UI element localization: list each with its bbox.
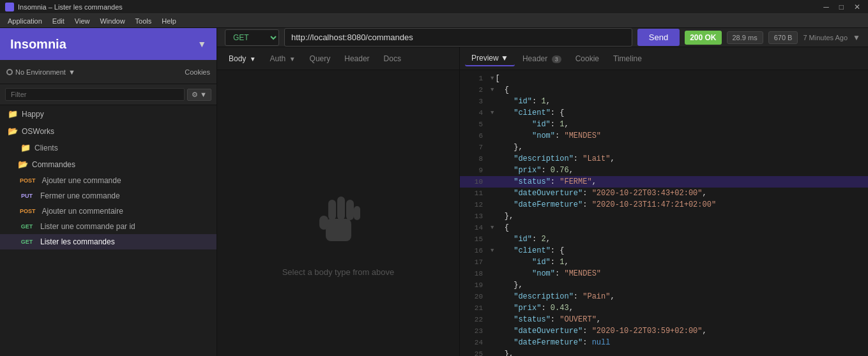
json-comma: ,	[610, 153, 614, 165]
menu-help[interactable]: Help	[156, 16, 181, 26]
fold-arrow[interactable]: ▼	[491, 107, 494, 119]
close-button[interactable]: ✕	[851, 3, 863, 11]
fold-arrow[interactable]: ▼	[491, 73, 494, 84]
hand-illustration	[313, 190, 364, 260]
json-colon: :	[582, 325, 591, 337]
group-happy-label: Happy	[22, 110, 44, 119]
tab-body[interactable]: Body ▼	[222, 52, 263, 66]
json-number: 1	[560, 256, 564, 268]
env-bar: No Environment ▼ Cookies	[0, 60, 217, 84]
json-text	[495, 199, 514, 211]
json-string: "Lait"	[582, 153, 610, 165]
fold-arrow[interactable]: ▼	[491, 222, 494, 234]
sidebar-dropdown-icon[interactable]: ▼	[197, 39, 206, 49]
group-happy-header[interactable]: 📁 Happy	[0, 105, 217, 122]
json-string: "MENDES"	[564, 130, 601, 142]
line-number: 3	[465, 96, 483, 107]
fold-arrow[interactable]: ▼	[491, 245, 494, 256]
filter-input[interactable]	[5, 88, 185, 101]
ajouter-commentaire-label: Ajouter un commentaire	[42, 207, 123, 216]
fold-arrow[interactable]: ▼	[491, 84, 494, 96]
fold-arrow	[491, 234, 494, 245]
line-number: 22	[465, 314, 483, 325]
group-commandes-header[interactable]: 📂 Commandes	[0, 156, 217, 173]
fold-arrow	[491, 130, 494, 142]
json-text	[495, 119, 532, 130]
timestamp-dropdown-icon[interactable]: ▼	[853, 33, 860, 42]
tab-cookie[interactable]: Cookie	[569, 52, 605, 66]
json-key: "description"	[514, 291, 574, 302]
json-line-5: 5 "id": 1,	[460, 119, 868, 130]
tab-cookie-label: Cookie	[575, 54, 599, 63]
json-text	[495, 314, 514, 325]
json-comma: ,	[546, 234, 551, 245]
json-text	[495, 325, 514, 337]
line-number: 2	[465, 84, 483, 96]
cookies-button[interactable]: Cookies	[185, 68, 210, 76]
fold-arrow	[491, 302, 494, 314]
json-line-24: 24 "dateFermeture": null	[460, 337, 868, 348]
tab-auth[interactable]: Auth ▼	[264, 52, 302, 66]
json-null: null	[592, 337, 611, 348]
tab-timeline[interactable]: Timeline	[607, 52, 648, 66]
url-input[interactable]	[284, 28, 632, 47]
json-view: 1▼[2▼ {3 "id": 1,4▼ "client": {5 "id": 1…	[460, 70, 868, 356]
menu-tools[interactable]: Tools	[130, 16, 157, 26]
titlebar-controls[interactable]: ─ □ ✕	[821, 3, 863, 11]
sidebar-item-fermer-commande[interactable]: PUT Fermer une commande	[0, 188, 217, 204]
tab-header[interactable]: Header	[338, 52, 376, 66]
sidebar-item-ajouter-commentaire[interactable]: POST Ajouter un commentaire	[0, 204, 217, 219]
body-tabs: Body ▼ Auth ▼ Query Header Docs	[217, 47, 459, 70]
env-label[interactable]: No Environment	[15, 68, 66, 76]
sidebar-item-lister-commande-id[interactable]: GET Lister une commande par id	[0, 219, 217, 234]
filter-add-button[interactable]: ⚙ ▼	[187, 89, 211, 101]
tab-response-header-label: Header	[522, 54, 547, 63]
tab-docs[interactable]: Docs	[377, 52, 407, 66]
fold-arrow	[491, 176, 494, 188]
env-selector[interactable]: No Environment ▼	[6, 68, 75, 76]
fold-arrow	[491, 325, 494, 337]
tab-preview[interactable]: Preview ▼	[465, 51, 515, 66]
menu-view[interactable]: View	[70, 16, 95, 26]
line-number: 9	[465, 165, 483, 176]
sidebar-item-ajouter-commande[interactable]: POST Ajouter une commande	[0, 173, 217, 188]
json-line-13: 13 },	[460, 211, 868, 222]
json-colon: :	[532, 96, 541, 107]
line-number: 21	[465, 302, 483, 314]
method-select[interactable]: GET POST PUT DELETE	[225, 29, 279, 46]
fold-arrow	[491, 348, 494, 356]
tab-query[interactable]: Query	[303, 52, 337, 66]
json-colon: :	[541, 302, 550, 314]
json-text	[495, 176, 514, 188]
sidebar-title: Insomnia	[10, 37, 66, 52]
folder-icon: 📁	[8, 109, 18, 119]
fold-arrow	[491, 153, 494, 165]
sidebar-item-lister-commandes[interactable]: GET Lister les commandes	[0, 234, 217, 249]
tab-header-label: Header	[344, 54, 369, 63]
menu-application[interactable]: Application	[3, 16, 47, 26]
line-number: 14	[465, 222, 483, 234]
json-text	[495, 245, 514, 256]
line-number: 1	[465, 73, 483, 84]
tab-response-header[interactable]: Header 3	[516, 52, 568, 66]
menu-window[interactable]: Window	[95, 16, 130, 26]
line-number: 16	[465, 245, 483, 256]
maximize-button[interactable]: □	[837, 3, 846, 11]
group-happy: 📁 Happy	[0, 105, 217, 122]
minimize-button[interactable]: ─	[821, 3, 832, 11]
send-button[interactable]: Send	[637, 29, 680, 46]
json-key: "id"	[514, 96, 532, 107]
json-string: "2020-10-22T03:59+02:00"	[592, 325, 703, 337]
titlebar-left: Insomnia – Lister les commandes	[5, 3, 123, 11]
json-key: "dateFermeture"	[514, 337, 582, 348]
json-line-21: 21 "prix": 0.43,	[460, 302, 868, 314]
line-number: 24	[465, 337, 483, 348]
json-line-7: 7 },	[460, 142, 868, 153]
preview-panel: Preview ▼ Header 3 Cookie Timeline	[460, 47, 868, 356]
menu-edit[interactable]: Edit	[47, 16, 70, 26]
group-osworks-header[interactable]: 📂 OSWorks	[0, 122, 217, 140]
tab-auth-label: Auth	[270, 54, 286, 63]
json-line-4: 4▼ "client": {	[460, 107, 868, 119]
sidebar-item-clients[interactable]: 📁 Clients	[0, 140, 217, 156]
json-key: "prix"	[514, 302, 541, 314]
